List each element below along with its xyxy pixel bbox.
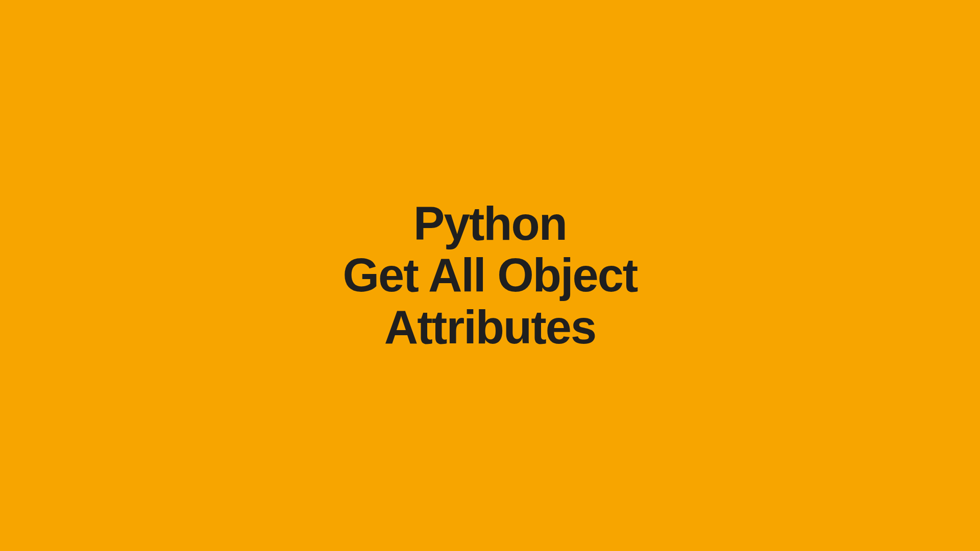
title-card: Python Get All Object Attributes: [343, 198, 638, 353]
title-line-2: Get All Object: [343, 249, 638, 301]
title-line-3: Attributes: [343, 302, 638, 353]
title-line-1: Python: [343, 198, 638, 249]
